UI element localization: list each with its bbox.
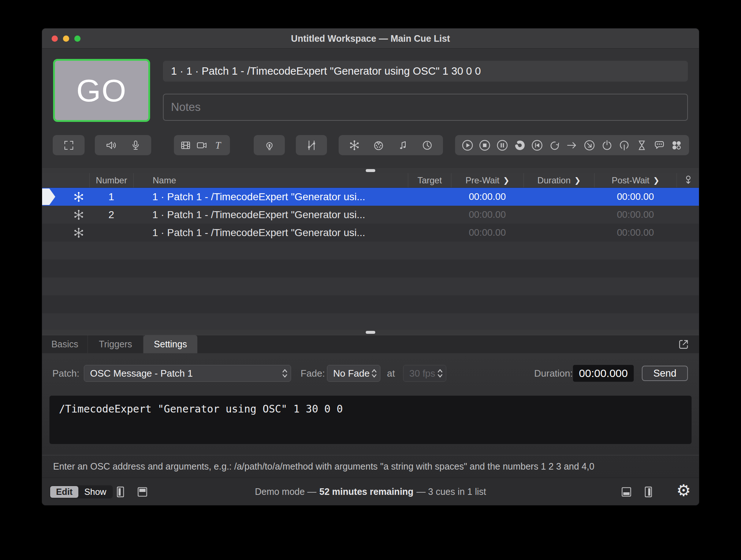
cue-name: 1 · Patch 1 - /TimecodeExpert "Generator… [133, 224, 408, 242]
toolbar-group-transport [455, 135, 689, 155]
camera-icon[interactable] [194, 137, 210, 154]
toolbar-group-video: T [174, 135, 230, 155]
memo-icon[interactable] [651, 137, 667, 154]
light-icon[interactable] [261, 137, 278, 154]
cue-post-wait: 00:00.00 [594, 224, 677, 242]
fps-select[interactable]: 30 fps [403, 365, 446, 382]
toggle-top-panel-icon[interactable] [137, 486, 148, 500]
inspector-panel: Patch: OSC Message - Patch 1 Fade: No Fa… [42, 353, 699, 478]
toggle-left-panel-icon[interactable] [115, 486, 126, 500]
stepper-icon [371, 368, 377, 379]
patch-select[interactable]: OSC Message - Patch 1 [84, 365, 291, 382]
video-icon[interactable] [178, 137, 194, 154]
group-icon[interactable] [61, 137, 77, 154]
close-button[interactable] [52, 36, 58, 42]
osc-message-input[interactable]: /TimecodeExpert "Generator using OSC" 1 … [49, 396, 692, 444]
splitter-handle[interactable] [366, 169, 375, 172]
column-header-target-pin [677, 173, 699, 187]
column-header-pre-wait: Pre-Wait❯ [451, 173, 524, 187]
midi-icon[interactable] [370, 137, 387, 154]
tab-basics[interactable]: Basics [42, 335, 88, 353]
play-icon[interactable] [459, 137, 476, 154]
toolbar: T [42, 135, 699, 155]
cue-row-1[interactable]: 1 1 · Patch 1 - /TimecodeExpert "Generat… [42, 188, 699, 206]
cue-pre-wait: 00:00.00 [451, 206, 524, 224]
zoom-button[interactable] [74, 36, 81, 42]
tab-settings[interactable]: Settings [144, 335, 197, 353]
toggle-right-panel-icon[interactable] [643, 486, 654, 500]
column-header-name: Name [133, 173, 408, 187]
stepper-icon [437, 368, 443, 379]
cue-list-empty-area[interactable] [42, 242, 699, 330]
cue-list-header: Number Name Target Pre-Wait❯ Duration❯ P… [42, 173, 699, 188]
post-wait-expand-icon[interactable]: ❯ [653, 176, 660, 185]
wait-icon[interactable] [634, 137, 650, 154]
text-icon[interactable]: T [210, 137, 226, 154]
toggle-bottom-panel-icon[interactable] [621, 486, 632, 500]
duration-expand-icon[interactable]: ❯ [574, 176, 581, 185]
devamp-icon[interactable] [547, 137, 563, 154]
osc-cue-icon [73, 209, 84, 220]
inspector-tabs: Basics Triggers Settings [42, 335, 699, 353]
cue-pre-wait: 00:00.00 [451, 224, 524, 242]
cart-icon[interactable] [669, 137, 685, 154]
cue-post-wait: 00:00.00 [594, 188, 677, 206]
column-header-number: Number [89, 173, 133, 187]
toolbar-group-structure [53, 135, 85, 155]
network-icon[interactable] [346, 137, 362, 154]
traffic-lights [52, 36, 81, 42]
cue-number [89, 224, 133, 242]
reset-icon[interactable] [529, 137, 545, 154]
send-button[interactable]: Send [642, 366, 688, 381]
audio-icon[interactable] [103, 137, 119, 154]
stop-icon[interactable] [477, 137, 493, 154]
cue-title-field[interactable]: 1 · 1 · Patch 1 - /TimecodeExpert "Gener… [163, 61, 688, 82]
splitter-bottom[interactable] [42, 330, 699, 335]
splitter-top[interactable] [42, 168, 699, 173]
edit-mode-button[interactable]: Edit [50, 486, 78, 498]
osc-cue-icon [73, 227, 84, 238]
at-label: at [387, 368, 395, 379]
status-bar: Edit Show Demo mode —52 minutes remainin… [42, 478, 699, 505]
mic-icon[interactable] [127, 137, 144, 154]
tab-triggers[interactable]: Triggers [88, 335, 144, 353]
fade-select[interactable]: No Fade [327, 365, 380, 382]
header-zone: GO 1 · 1 · Patch 1 - /TimecodeExpert "Ge… [42, 49, 699, 168]
window-title: Untitled Workspace — Main Cue List [291, 33, 450, 44]
arm-icon[interactable] [616, 137, 632, 154]
goto-icon[interactable] [564, 137, 580, 154]
osc-help-text: Enter an OSC address and arguments, e.g.… [42, 455, 699, 478]
duration-label: Duration: [534, 368, 573, 379]
cue-list: Number Name Target Pre-Wait❯ Duration❯ P… [42, 173, 699, 330]
notes-field[interactable] [163, 94, 688, 121]
cue-name: 1 · Patch 1 - /TimecodeExpert "Generator… [133, 188, 408, 206]
cue-number: 2 [89, 206, 133, 224]
duration-field[interactable]: 00:00.000 [573, 365, 634, 382]
toolbar-group-fade [296, 135, 327, 155]
column-header-post-wait: Post-Wait❯ [594, 173, 677, 187]
go-button[interactable]: GO [53, 59, 150, 122]
popout-icon[interactable] [678, 339, 689, 352]
pre-wait-expand-icon[interactable]: ❯ [503, 176, 510, 185]
settings-gear-icon[interactable]: ⚙ [677, 482, 691, 499]
target-pin-icon [683, 175, 694, 186]
cue-row-2[interactable]: 2 1 · Patch 1 - /TimecodeExpert "Generat… [42, 206, 699, 224]
minimize-button[interactable] [63, 36, 69, 42]
fade-icon[interactable] [304, 137, 320, 154]
cue-duration [524, 188, 594, 206]
stepper-icon [282, 368, 288, 379]
toolbar-group-light [254, 135, 285, 155]
column-header-target: Target [408, 173, 451, 187]
title-bar[interactable]: Untitled Workspace — Main Cue List [42, 29, 699, 49]
show-mode-button[interactable]: Show [78, 486, 112, 498]
column-header-icon [42, 173, 89, 187]
load-icon[interactable] [512, 137, 528, 154]
splitter-handle[interactable] [366, 331, 375, 334]
cue-row-3[interactable]: 1 · Patch 1 - /TimecodeExpert "Generator… [42, 224, 699, 242]
timecode-icon[interactable] [419, 137, 435, 154]
retarget-icon[interactable] [581, 137, 597, 154]
fade-label: Fade: [301, 368, 325, 379]
power-icon[interactable] [599, 137, 615, 154]
pause-icon[interactable] [494, 137, 510, 154]
music-icon[interactable] [395, 137, 411, 154]
